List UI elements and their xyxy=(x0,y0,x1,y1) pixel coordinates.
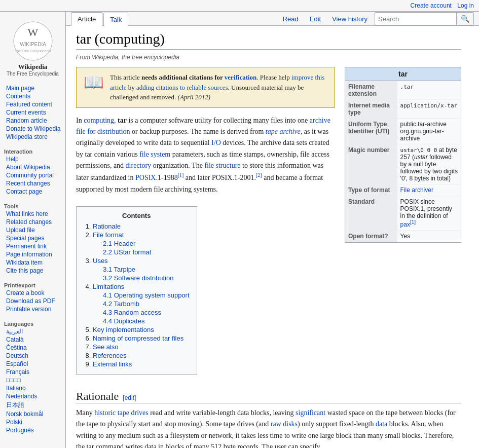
infobox-label-open: Open format? xyxy=(345,231,397,242)
sidebar-item-lang-catala[interactable]: Català xyxy=(0,335,65,344)
verification-link[interactable]: verification xyxy=(225,73,257,81)
tab-talk[interactable]: Talk xyxy=(103,13,128,26)
tab-article[interactable]: Article xyxy=(71,12,102,26)
tape-archive-link[interactable]: tape archive xyxy=(266,128,301,135)
sidebar-item-lang-deutsch[interactable]: Deutsch xyxy=(0,352,65,360)
tab-view-history[interactable]: View history xyxy=(328,13,372,25)
ref2-link[interactable]: [2] xyxy=(256,172,262,178)
data-blocks-link[interactable]: data xyxy=(376,420,387,428)
sidebar-item-recent-changes[interactable]: Recent changes xyxy=(0,179,65,188)
search-button[interactable]: 🔍 xyxy=(456,13,473,25)
sidebar-item-contents[interactable]: Contents xyxy=(0,92,65,100)
contents-item-2: File format 2.1 Header 2.2 UStar format xyxy=(93,231,190,256)
infobox-row-media-type: Internet media type application/x-tar xyxy=(345,100,461,119)
sidebar-item-lang-italiano[interactable]: Italiano xyxy=(0,384,65,392)
from-line: From Wikipedia, the free encyclopedia xyxy=(76,54,461,61)
contents-link-9[interactable]: External links xyxy=(93,360,132,368)
sidebar-item-lang-nederlands[interactable]: Nederlands xyxy=(0,392,65,400)
rationale-edit-anchor[interactable]: edit xyxy=(125,394,134,401)
contents-link-2-2[interactable]: 2.2 UStar format xyxy=(103,248,151,256)
sidebar-item-related-changes[interactable]: Related changes xyxy=(0,218,65,226)
contents-link-3-1[interactable]: 3.1 Tarpipe xyxy=(103,266,135,273)
contents-item-4-1: 4.1 Operating system support xyxy=(103,291,190,299)
sidebar-item-contact-page[interactable]: Contact page xyxy=(0,188,65,196)
search-input[interactable] xyxy=(375,13,456,25)
sidebar-item-donate[interactable]: Donate to Wikipedia xyxy=(0,125,65,133)
contents-link-4-2[interactable]: 4.2 Tarbomb xyxy=(103,300,139,308)
contents-link-4[interactable]: Limitations xyxy=(93,283,124,290)
languages-header: Languages xyxy=(0,319,65,327)
tools-section: Tools What links here Related changes Up… xyxy=(0,201,65,276)
io-link[interactable]: I/O xyxy=(211,139,221,146)
log-in-link[interactable]: Log in xyxy=(457,2,474,9)
interaction-section: Interaction Help About Wikipedia Communi… xyxy=(0,146,65,197)
sidebar-item-about[interactable]: About Wikipedia xyxy=(0,163,65,171)
sidebar-item-lang-box[interactable]: □□□□ xyxy=(0,376,65,384)
contents-link-4-1[interactable]: 4.1 Operating system support xyxy=(103,291,190,299)
top-bar: Create account Log in xyxy=(0,0,479,12)
contents-sublist-4: 4.1 Operating system support 4.2 Tarbomb… xyxy=(93,291,190,325)
contents-link-3-2[interactable]: 3.2 Software distribution xyxy=(103,274,173,282)
sidebar-item-download-pdf[interactable]: Download as PDF xyxy=(0,297,65,305)
sidebar-item-featured-content[interactable]: Featured content xyxy=(0,100,65,108)
sidebar-item-lang-espanol[interactable]: Español xyxy=(0,360,65,368)
posix-link[interactable]: POSIX xyxy=(135,174,156,181)
svg-text:W: W xyxy=(27,26,38,39)
contents-item-4-2: 4.2 Tarbomb xyxy=(103,300,190,308)
sidebar-item-wikidata-item[interactable]: Wikidata item xyxy=(0,258,65,267)
sidebar-item-lang-cestina[interactable]: Čeština xyxy=(0,344,65,352)
sidebar-item-help[interactable]: Help xyxy=(0,155,65,163)
contents-link-2[interactable]: File format xyxy=(93,231,124,239)
computing-link[interactable]: computing xyxy=(84,117,114,124)
sidebar-item-page-information[interactable]: Page information xyxy=(0,250,65,258)
contents-link-7[interactable]: See also xyxy=(93,343,119,351)
contents-item-3: Uses 3.1 Tarpipe 3.2 Software distributi… xyxy=(93,257,190,282)
tab-edit[interactable]: Edit xyxy=(306,13,325,25)
sidebar-item-main-page[interactable]: Main page xyxy=(0,84,65,92)
warning-icon: 📖 xyxy=(84,72,104,92)
raw-disks-link[interactable]: raw disks xyxy=(271,420,298,428)
contents-link-2-1[interactable]: 2.1 Header xyxy=(103,240,135,247)
contents-link-4-3[interactable]: 4.3 Random access xyxy=(103,309,161,316)
sidebar-item-special-pages[interactable]: Special pages xyxy=(0,234,65,242)
contents-link-8[interactable]: References xyxy=(93,352,126,359)
contents-item-7: See also xyxy=(93,343,190,351)
tab-group-left: Article Talk xyxy=(71,12,129,25)
contents-item-2-2: 2.2 UStar format xyxy=(103,248,190,256)
languages-section: Languages العربية Català Čeština Deutsch… xyxy=(0,318,65,435)
file-structure-link[interactable]: file structure xyxy=(204,162,240,169)
sidebar-item-cite-this-page[interactable]: Cite this page xyxy=(0,267,65,275)
contents-link-4-4[interactable]: 4.4 Duplicates xyxy=(103,317,144,325)
sidebar-item-printable-version[interactable]: Printable version xyxy=(0,305,65,313)
adding-citations-link[interactable]: adding citations to reliable sources xyxy=(136,84,228,91)
sidebar-item-store[interactable]: Wikipedia store xyxy=(0,133,65,141)
sidebar-item-what-links-here[interactable]: What links here xyxy=(0,210,65,218)
sidebar-item-community-portal[interactable]: Community portal xyxy=(0,171,65,179)
sidebar-item-random-article[interactable]: Random article xyxy=(0,117,65,125)
significant-link[interactable]: significant xyxy=(296,409,325,417)
rationale-title-text: Rationale xyxy=(76,390,119,403)
contents-link-6[interactable]: Naming of compressed tar files xyxy=(93,334,183,342)
file-system-link[interactable]: file system xyxy=(139,151,170,158)
sidebar-item-lang-francais[interactable]: Français xyxy=(0,368,65,376)
sidebar-item-current-events[interactable]: Current events xyxy=(0,108,65,117)
contents-sublist-3: 3.1 Tarpipe 3.2 Software distribution xyxy=(93,266,190,282)
sidebar-item-lang-norsk[interactable]: Norsk bokmål xyxy=(0,410,65,418)
sidebar-item-create-book[interactable]: Create a book xyxy=(0,289,65,297)
tools-header: Tools xyxy=(0,202,65,210)
ref1-link[interactable]: [1] xyxy=(178,172,184,178)
page-title: tar (computing) xyxy=(76,31,461,50)
tab-read[interactable]: Read xyxy=(279,13,303,25)
contents-link-5[interactable]: Key implementations xyxy=(93,326,154,333)
sidebar-item-lang-polski[interactable]: Polski xyxy=(0,418,65,426)
contents-link-3[interactable]: Uses xyxy=(93,257,108,265)
sidebar-item-lang-portugues[interactable]: Português xyxy=(0,426,65,434)
historic-tape-drives-link[interactable]: historic tape drives xyxy=(94,409,149,417)
sidebar-item-lang-arabic[interactable]: العربية xyxy=(0,327,65,335)
sidebar-item-lang-japanese[interactable]: 日本語 xyxy=(0,400,65,410)
create-account-link[interactable]: Create account xyxy=(411,2,452,9)
sidebar-item-permanent-link[interactable]: Permanent link xyxy=(0,242,65,250)
directory-link[interactable]: directory xyxy=(126,162,152,169)
sidebar-item-upload-file[interactable]: Upload file xyxy=(0,226,65,234)
contents-link-1[interactable]: Rationale xyxy=(93,222,121,230)
